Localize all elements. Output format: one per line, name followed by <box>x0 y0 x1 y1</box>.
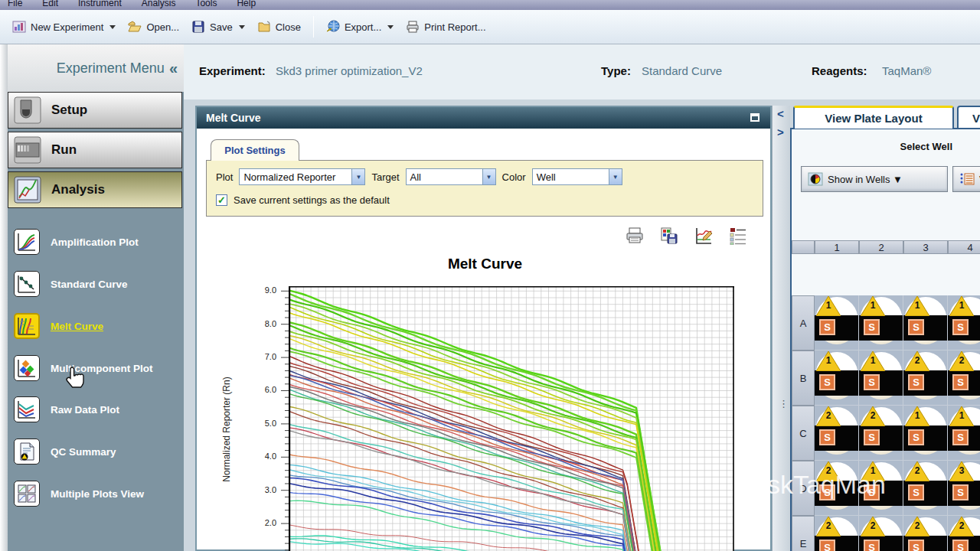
sidebar-item-qc-summary[interactable]: QC Summary <box>8 432 182 471</box>
plate-well[interactable]: 3S <box>948 461 980 516</box>
type-label: Type: <box>601 64 631 77</box>
save-floppy-icon <box>191 20 205 34</box>
plate-well[interactable]: 2S <box>815 516 859 551</box>
plate-well[interactable]: 1S <box>859 295 903 350</box>
chevron-down-icon[interactable]: ▼ <box>351 169 364 184</box>
new-experiment-button[interactable]: New Experiment <box>6 17 122 37</box>
plate-row-label[interactable]: C <box>792 406 815 461</box>
save-default-checkbox[interactable]: ✓ <box>216 194 227 206</box>
y-axis-tick-label: 8.0 <box>253 319 276 328</box>
plate-well[interactable]: 2S <box>859 406 903 461</box>
plot-settings-tab[interactable]: Plot Settings <box>211 139 299 161</box>
divider-drag-handle[interactable]: ⋮ <box>779 398 789 409</box>
plate-row-label[interactable]: B <box>792 350 815 406</box>
save-plot-image-icon[interactable] <box>660 227 678 245</box>
chart-toolbar <box>626 227 765 246</box>
plate-well[interactable]: 1S <box>948 295 980 350</box>
plate-row-label[interactable]: A <box>792 295 815 350</box>
plot-dropdown[interactable]: Normalized Reporter ▼ <box>239 168 365 185</box>
tab-view-well-table[interactable]: Vie <box>957 106 980 129</box>
expand-right-panel-icon[interactable]: > <box>777 126 784 139</box>
color-dropdown-value: Well <box>537 171 556 183</box>
tab-view-plate-layout[interactable]: View Plate Layout <box>793 106 954 129</box>
application-window: File Edit Instrument Analysis Tools Help… <box>0 0 980 551</box>
sidebar-item-multiple-plots-view[interactable]: Multiple Plots View <box>8 474 182 513</box>
chevron-down-icon[interactable]: ▼ <box>482 169 495 184</box>
setup-label: Setup <box>51 103 87 118</box>
sidebar-item-amplification-plot[interactable]: Amplification Plot <box>8 223 182 261</box>
plate-well[interactable]: 2S <box>903 350 948 406</box>
color-dropdown[interactable]: Well ▼ <box>532 168 622 185</box>
plate-column-header[interactable]: 3 <box>903 240 948 254</box>
plate-well[interactable]: 2S <box>948 516 980 551</box>
sidebar-section-run[interactable]: Run <box>8 132 182 168</box>
plate-well[interactable]: 1S <box>815 295 859 350</box>
y-axis-ticks <box>279 286 289 551</box>
plate-column-header[interactable]: 2 <box>859 240 903 254</box>
open-label: Open... <box>146 21 179 33</box>
color-label: Color <box>502 171 526 183</box>
reagents-label: Reagents: <box>812 64 867 77</box>
plate-well[interactable]: 1S <box>903 295 948 350</box>
target-dropdown[interactable]: All ▼ <box>406 168 496 185</box>
sidebar-section-setup[interactable]: Setup <box>8 92 182 129</box>
plate-well[interactable]: 1S <box>903 406 948 461</box>
plate-row-label[interactable]: E <box>792 516 815 551</box>
open-button[interactable]: Open... <box>122 17 185 37</box>
sidebar-item-melt-curve[interactable]: Melt Curve <box>8 307 182 345</box>
y-axis-tick-label: 3.0 <box>253 485 276 494</box>
well-sample-marker: S <box>952 484 969 500</box>
well-dye-count: 1 <box>955 410 969 421</box>
run-label: Run <box>51 142 77 158</box>
export-button[interactable]: Export... <box>320 17 400 37</box>
print-report-button[interactable]: Print Report... <box>400 17 492 37</box>
collapse-sidebar-icon[interactable]: « <box>169 60 178 77</box>
export-label: Export... <box>345 21 381 33</box>
menu-edit[interactable]: Edit <box>42 0 58 9</box>
menu-instrument[interactable]: Instrument <box>78 0 122 9</box>
menu-help[interactable]: Help <box>237 0 256 9</box>
well-sample-marker: S <box>952 429 969 445</box>
sidebar-item-standard-curve[interactable]: Standard Curve <box>8 265 182 303</box>
collapse-right-panel-icon[interactable]: < <box>777 107 784 120</box>
plate-well[interactable]: 1S <box>859 350 903 406</box>
sidebar-item-raw-data-plot[interactable]: Raw Data Plot <box>8 390 182 429</box>
menu-analysis[interactable]: Analysis <box>142 0 176 9</box>
menu-file[interactable]: File <box>8 0 22 9</box>
melt-curve-label: Melt Curve <box>51 321 103 332</box>
y-axis-tick-label: 2.0 <box>253 518 276 527</box>
y-axis-label: Normalized Reporter (Rn) <box>221 364 232 494</box>
print-plot-icon[interactable] <box>626 227 644 245</box>
well-dye-count: 2 <box>910 520 924 531</box>
sidebar-section-analysis[interactable]: Analysis <box>8 171 182 208</box>
sidebar-item-multicomponent-plot[interactable]: Multicomponent Plot <box>8 349 182 387</box>
view-legend-button[interactable]: Vie <box>952 166 980 192</box>
plot-dropdown-value: Normalized Reporter <box>243 171 335 183</box>
well-sample-marker: S <box>819 319 835 335</box>
menu-tools[interactable]: Tools <box>195 0 217 9</box>
edit-plot-icon[interactable] <box>694 227 713 245</box>
plate-well[interactable]: 1S <box>815 350 859 406</box>
plate-well[interactable]: 2S <box>903 516 948 551</box>
plate-column-header[interactable]: 4 <box>948 240 980 254</box>
plate-well[interactable]: 2S <box>859 516 903 551</box>
well-sample-marker: S <box>908 319 924 335</box>
plate-well[interactable]: 1S <box>948 406 980 461</box>
chevron-down-icon[interactable]: ▼ <box>609 169 622 184</box>
multiple-plots-view-icon <box>14 481 40 507</box>
show-in-wells-button[interactable]: Show in Wells ▼ <box>801 166 948 192</box>
experiment-menu-sidebar: Experiment Menu « Setup Run Analysis Amp… <box>0 44 184 551</box>
plate-well[interactable]: 2S <box>903 461 948 516</box>
plate-column-header[interactable]: 1 <box>815 240 859 254</box>
legend-icon[interactable] <box>729 227 747 245</box>
plate-well[interactable]: 2S <box>948 350 980 406</box>
close-button[interactable]: Close <box>251 17 307 37</box>
well-dye-count: 1 <box>866 355 880 366</box>
save-label: Save <box>210 21 233 33</box>
plate-well[interactable]: 2S <box>815 406 859 461</box>
mouse-cursor-hand-icon <box>63 366 86 392</box>
save-button[interactable]: Save <box>185 17 251 37</box>
plate-grid: 1234A1S1S1S1SB1S1S2S2SC2S2S1S1SD2S1S2S3S… <box>792 240 980 551</box>
undock-panel-icon[interactable] <box>750 113 760 122</box>
analysis-label: Analysis <box>51 182 105 197</box>
